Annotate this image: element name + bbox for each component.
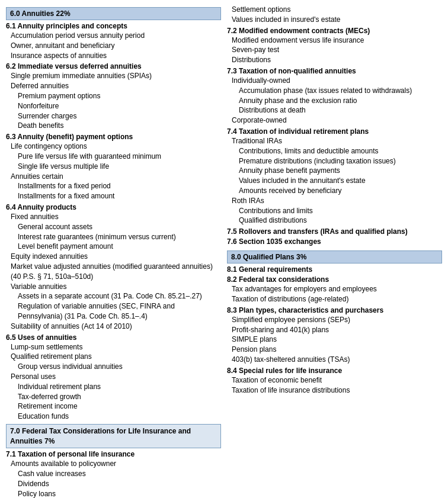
subsection-8-1: 8.1 General requirements [227, 265, 442, 274]
list-item: Qualified distributions [227, 216, 442, 226]
list-item: 403(b) tax-sheltered annuities (TSAs) [227, 355, 442, 365]
list-item: Insurance aspects of annuities [6, 51, 221, 61]
right-column: Settlement options Values included in in… [227, 5, 442, 498]
s6-3-title: 6.3 Annuity (benefit) payment options [6, 133, 221, 141]
list-item: Level benefit payment amount [6, 242, 221, 252]
list-item: SIMPLE plans [227, 335, 442, 345]
list-item: Tax advantages for employers and employe… [227, 284, 442, 294]
list-item: Amounts available to policyowner [6, 459, 221, 469]
list-item: Annuity phase benefit payments [227, 166, 442, 176]
list-item: Cash value increases [6, 469, 221, 479]
list-item: Distributions at death [227, 105, 442, 115]
list-item: Owner, annuitant and beneficiary [6, 41, 221, 51]
list-item: Group versus individual annuities [6, 362, 221, 372]
subsection-7-5: 7.5 Rollovers and transfers (IRAs and qu… [227, 227, 442, 236]
list-item: Interest rate guarantees (minimum versus… [6, 232, 221, 242]
list-item: Pension plans [227, 345, 442, 355]
list-item: Individual retirement plans [6, 382, 221, 392]
list-item: Taxation of economic benefit [227, 375, 442, 385]
list-item: Qualified retirement plans [6, 352, 221, 362]
subsection-6-2: 6.2 Immediate versus deferred annuities … [6, 62, 221, 131]
list-item: Accumulation phase (tax issues related t… [227, 86, 442, 96]
subsection-6-5: 6.5 Uses of annuities Lump-sum settlemen… [6, 333, 221, 422]
subsection-6-1: 6.1 Annuity principles and concepts Accu… [6, 22, 221, 60]
list-item: Fixed annuities [6, 212, 221, 222]
page: 6.0 Annuities 22% 6.1 Annuity principles… [0, 0, 448, 498]
subsection-8-2: 8.2 Federal tax considerations Tax advan… [227, 275, 442, 304]
list-item: Installments for a fixed period [6, 181, 221, 191]
list-item: Distributions [227, 55, 442, 65]
s6-5-title: 6.5 Uses of annuities [6, 333, 221, 342]
s8-1-title: 8.1 General requirements [227, 265, 442, 274]
list-item: Surrender charges [6, 111, 221, 121]
s8-3-title: 8.3 Plan types, characteristics and purc… [227, 306, 442, 314]
list-item: Values included in the annuitant's estat… [227, 176, 442, 186]
list-item: Settlement options [227, 5, 442, 15]
list-item: Pure life versus life with guaranteed mi… [6, 152, 221, 162]
list-item: Modified endowment versus life insurance [227, 36, 442, 46]
list-item: Policy loans [6, 489, 221, 498]
list-item: Taxation of distributions (age-related) [227, 294, 442, 304]
subsection-7-4: 7.4 Taxation of individual retirement pl… [227, 127, 442, 226]
list-item: Corporate-owned [227, 115, 442, 126]
subsection-7-1-cont: Settlement options Values included in in… [227, 5, 442, 25]
list-item: Personal uses [6, 372, 221, 382]
list-item: Regulation of variable annuities (SEC, F… [6, 301, 221, 322]
list-item: Education funds [6, 412, 221, 422]
list-item: Nonforfeiture [6, 101, 221, 111]
list-item: Tax-deferred growth [6, 392, 221, 402]
left-column: 6.0 Annuities 22% 6.1 Annuity principles… [6, 5, 221, 498]
subsection-7-3: 7.3 Taxation of non-qualified annuities … [227, 67, 442, 126]
s7-3-title: 7.3 Taxation of non-qualified annuities [227, 67, 442, 75]
subsection-7-1: 7.1 Taxation of personal life insurance … [6, 450, 221, 498]
subsection-7-2: 7.2 Modified endowment contracts (MECs) … [227, 27, 442, 65]
list-item: Values included in insured's estate [227, 15, 442, 25]
list-item: Contributions and limits [227, 206, 442, 216]
list-item: Seven-pay test [227, 45, 442, 55]
s7-1-title: 7.1 Taxation of personal life insurance [6, 450, 221, 458]
list-item: Retirement income [6, 401, 221, 412]
list-item: Dividends [6, 479, 221, 489]
s6-2-title: 6.2 Immediate versus deferred annuities [6, 62, 221, 70]
list-item: Amounts received by beneficiary [227, 186, 442, 196]
s8-2-title: 8.2 Federal tax considerations [227, 275, 442, 284]
section-8-header: 8.0 Qualified Plans 3% [227, 250, 442, 264]
list-item: Simplified employee pensions (SEPs) [227, 315, 442, 325]
list-item: Death benefits [6, 121, 221, 131]
section-7-header: 7.0 Federal Tax Considerations for Life … [6, 424, 221, 449]
list-item: Single life versus multiple life [6, 162, 221, 172]
list-item: Suitability of annuities (Act 14 of 2010… [6, 322, 221, 332]
list-item: Lump-sum settlements [6, 342, 221, 352]
list-item: Individually-owned [227, 76, 442, 86]
s8-4-title: 8.4 Special rules for life insurance [227, 367, 442, 375]
list-item: Roth IRAs [227, 196, 442, 206]
list-item: Accumulation period versus annuity perio… [6, 31, 221, 41]
list-item: General account assets [6, 222, 221, 232]
s7-2-title: 7.2 Modified endowment contracts (MECs) [227, 27, 442, 35]
s7-5-title: 7.5 Rollovers and transfers (IRAs and qu… [227, 227, 442, 236]
s7-4-title: 7.4 Taxation of individual retirement pl… [227, 127, 442, 136]
s6-1-title: 6.1 Annuity principles and concepts [6, 22, 221, 30]
subsection-8-4: 8.4 Special rules for life insurance Tax… [227, 367, 442, 396]
list-item: Premium payment options [6, 91, 221, 101]
list-item: Contributions, limits and deductible amo… [227, 146, 442, 156]
list-item: Premature distributions (including taxat… [227, 156, 442, 166]
subsection-7-6: 7.6 Section 1035 exchanges [227, 237, 442, 246]
list-item: Assets in a separate account (31 Pa. Cod… [6, 291, 221, 301]
list-item: Installments for a fixed amount [6, 191, 221, 201]
subsection-6-4: 6.4 Annuity products Fixed annuities Gen… [6, 203, 221, 332]
s7-6-title: 7.6 Section 1035 exchanges [227, 237, 442, 246]
list-item: Life contingency options [6, 142, 221, 152]
list-item: Market value adjusted annuities (modifie… [6, 262, 221, 282]
list-item: Profit-sharing and 401(k) plans [227, 325, 442, 335]
section-6-header: 6.0 Annuities 22% [6, 7, 221, 20]
list-item: Equity indexed annuities [6, 252, 221, 262]
subsection-6-3: 6.3 Annuity (benefit) payment options Li… [6, 133, 221, 201]
list-item: Traditional IRAs [227, 136, 442, 146]
list-item: Annuity phase and the exclusion ratio [227, 96, 442, 106]
list-item: Annuities certain [6, 172, 221, 182]
s6-4-title: 6.4 Annuity products [6, 203, 221, 211]
list-item: Deferred annuities [6, 81, 221, 91]
list-item: Variable annuities [6, 282, 221, 292]
subsection-8-3: 8.3 Plan types, characteristics and purc… [227, 306, 442, 365]
